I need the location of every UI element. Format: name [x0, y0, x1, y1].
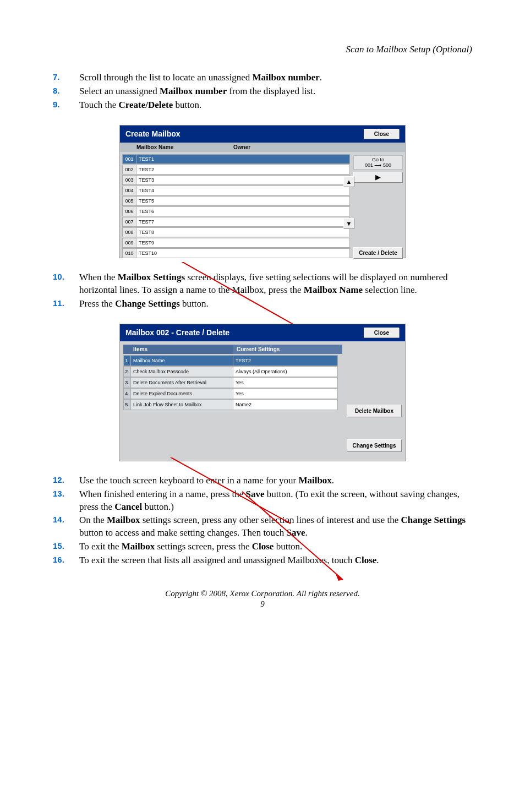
setting-row-number: 4.	[123, 388, 131, 399]
mailbox-row-name: TEST10	[136, 248, 350, 258]
setting-row[interactable]: 5.Link Job Flow Sheet to MailboxName2	[123, 399, 342, 410]
step-text: Touch the Create/Delete button.	[79, 99, 472, 112]
mailbox-row[interactable]: 005TEST5	[122, 196, 350, 206]
mailbox-row[interactable]: 007TEST7	[122, 217, 350, 227]
mailbox-row[interactable]: 003TEST3	[122, 175, 350, 185]
mailbox-row[interactable]: 009TEST9	[122, 238, 350, 248]
mailbox-row-number: 003	[122, 175, 136, 185]
mailbox-row-number: 007	[122, 217, 136, 227]
setting-row[interactable]: 3.Delete Documents After RetrievalYes	[123, 377, 342, 388]
step-number: 11.	[53, 298, 79, 310]
mailbox-row-number: 010	[122, 248, 136, 258]
mailbox-row-number: 002	[122, 165, 136, 175]
setting-row-label: Delete Expired Documents	[131, 388, 233, 399]
setting-row-value: Always (All Operations)	[233, 366, 338, 377]
fig2-title: Mailbox 002 - Create / Delete	[125, 328, 229, 337]
step-number: 8.	[53, 85, 79, 98]
mailbox-row[interactable]: 008TEST8	[122, 227, 350, 237]
setting-row-label: Link Job Flow Sheet to Mailbox	[131, 399, 233, 410]
mailbox-row-number: 008	[122, 227, 136, 237]
step-number: 10.	[53, 271, 79, 297]
setting-row[interactable]: 1.Mailbox NameTEST2	[123, 355, 342, 366]
setting-row-number: 3.	[123, 377, 131, 388]
mailbox-row[interactable]: 006TEST6	[122, 206, 350, 216]
mailbox-row-name: TEST6	[136, 206, 350, 216]
setting-row-value: Yes	[233, 377, 338, 388]
step-number: 16.	[53, 554, 79, 567]
change-settings-button[interactable]: Change Settings	[347, 439, 402, 452]
col-items: Items	[123, 345, 233, 354]
scroll-up-button[interactable]: ▲	[343, 176, 354, 187]
mailbox-row-number: 006	[122, 206, 136, 216]
setting-row[interactable]: 4.Delete Expired DocumentsYes	[123, 388, 342, 399]
step-number: 15.	[53, 541, 79, 553]
mailbox-list: 001TEST1002TEST2003TEST3004TEST4005TEST5…	[122, 154, 350, 259]
step-number: 14.	[53, 514, 79, 539]
close-button[interactable]: Close	[364, 129, 400, 139]
svg-marker-4	[336, 574, 343, 581]
svg-line-2	[153, 457, 291, 524]
mailbox-row-name: TEST5	[136, 196, 350, 206]
mailbox-row-name: TEST4	[136, 186, 350, 195]
fig1-title: Create Mailbox	[125, 129, 181, 138]
setting-row-label: Delete Documents After Retrieval	[131, 377, 233, 388]
setting-row[interactable]: 2.Check Mailbox PasscodeAlways (All Oper…	[123, 366, 342, 377]
close-button[interactable]: Close	[364, 328, 400, 338]
mailbox-row[interactable]: 001TEST1	[122, 154, 350, 164]
create-delete-button[interactable]: Create / Delete	[353, 247, 403, 259]
step-list-a: 7.Scroll through the list to locate an u…	[53, 72, 472, 112]
delete-mailbox-button[interactable]: Delete Mailbox	[347, 405, 402, 417]
setting-row-value: Name2	[233, 399, 338, 410]
col-current-settings: Current Settings	[233, 345, 342, 354]
mailbox-row-number: 004	[122, 186, 136, 195]
col-owner: Owner	[230, 143, 405, 152]
page-number: 9	[53, 600, 472, 609]
col-mailbox-name: Mailbox Name	[120, 143, 230, 152]
mailbox-row-name: TEST7	[136, 217, 350, 227]
settings-list: 1.Mailbox NameTEST22.Check Mailbox Passc…	[123, 355, 342, 410]
mailbox-row-name: TEST8	[136, 227, 350, 237]
figure-mailbox-settings: Mailbox 002 - Create / Delete Close Item…	[119, 324, 406, 461]
step-number: 13.	[53, 488, 79, 514]
setting-row-label: Check Mailbox Passcode	[131, 366, 233, 377]
mailbox-row-name: TEST9	[136, 238, 350, 248]
goto-panel: Go to 001 ⟶ 500	[353, 155, 403, 170]
mailbox-row[interactable]: 004TEST4	[122, 186, 350, 195]
mailbox-row-name: TEST2	[136, 165, 350, 175]
running-header: Scan to Mailbox Setup (Optional)	[53, 44, 472, 55]
scroll-down-button[interactable]: ▼	[343, 218, 354, 229]
svg-line-3	[242, 492, 343, 580]
mailbox-row-name: TEST3	[136, 175, 350, 185]
mailbox-row-number: 009	[122, 238, 136, 248]
setting-row-value: Yes	[233, 388, 338, 399]
step-text: Select an unassigned Mailbox number from…	[79, 85, 472, 98]
mailbox-row-number: 001	[122, 154, 136, 164]
setting-row-number: 5.	[123, 399, 131, 410]
setting-row-number: 2.	[123, 366, 131, 377]
next-page-button[interactable]: ▶	[353, 172, 403, 183]
step-text: Scroll through the list to locate an una…	[79, 72, 472, 84]
step-number: 9.	[53, 99, 79, 112]
step-number: 12.	[53, 475, 79, 487]
mailbox-row[interactable]: 002TEST2	[122, 165, 350, 175]
step-number: 7.	[53, 72, 79, 84]
mailbox-row-number: 005	[122, 196, 136, 206]
setting-row-value: TEST2	[233, 355, 338, 366]
setting-row-number: 1.	[123, 355, 131, 366]
figure-create-mailbox: Create Mailbox Close Mailbox Name Owner …	[119, 125, 406, 258]
mailbox-row[interactable]: 010TEST10	[122, 248, 350, 258]
setting-row-label: Mailbox Name	[131, 355, 233, 366]
mailbox-row-name: TEST1	[136, 154, 350, 164]
